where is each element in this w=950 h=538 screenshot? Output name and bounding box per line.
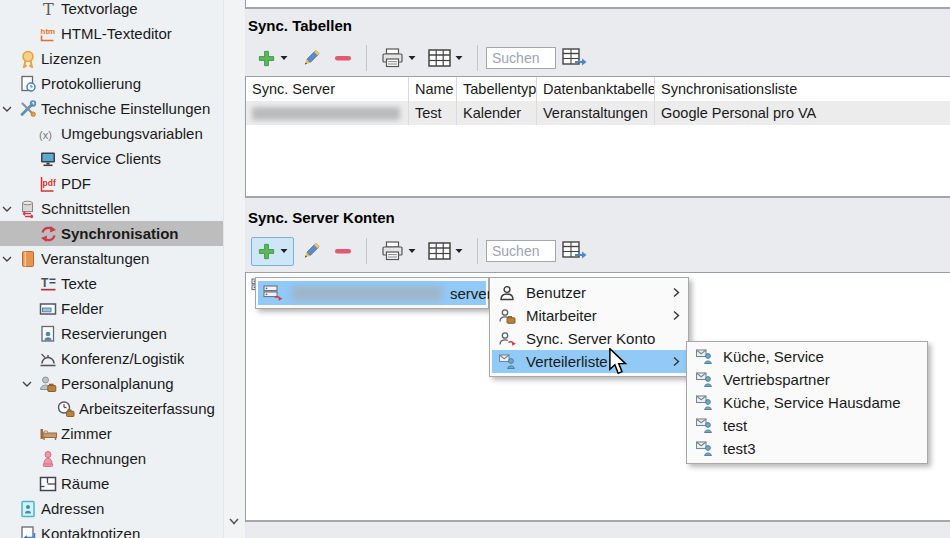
menu-item-label: Mitarbeiter (526, 307, 597, 324)
menu-item-mitarbeiter[interactable]: Mitarbeiter (492, 304, 686, 327)
menu-item-server[interactable]: server (258, 281, 486, 305)
svg-text:htm: htm (41, 27, 56, 36)
menu-item-label: Verteilerliste (526, 353, 608, 370)
menu-item-label: Vertriebspartner (723, 371, 830, 388)
sync-tabellen-toolbar (245, 42, 950, 74)
search-input[interactable] (486, 47, 556, 69)
sidebar-item-synchronisation[interactable]: Synchronisation (0, 221, 223, 246)
service-clients-icon (38, 150, 58, 168)
user-icon (496, 285, 518, 301)
menu-item-kueche-service-hausdame[interactable]: Küche, Service Hausdame (689, 391, 925, 414)
synchronisation-icon (38, 225, 58, 243)
menu-item-vertriebspartner[interactable]: Vertriebspartner (689, 368, 925, 391)
distribution-list-icon (693, 372, 715, 387)
fields-icon (38, 300, 58, 318)
table-view-button[interactable] (428, 49, 463, 67)
menu-item-verteilerliste[interactable]: Verteilerliste (492, 350, 686, 373)
chevron-down-icon[interactable] (2, 254, 18, 264)
menu-item-test3[interactable]: test3 (689, 437, 925, 460)
menu-item-benutzer[interactable]: Benutzer (492, 281, 686, 304)
submenu-arrow-icon (673, 356, 682, 367)
invoices-icon (38, 450, 58, 468)
sidebar-item-felder[interactable]: Felder (0, 296, 223, 321)
toolbar-separator (366, 238, 367, 264)
application-window: T Textvorlage htm HTML-Texteditor Lizenz… (0, 0, 950, 538)
column-header-synchronisationsliste[interactable]: Synchronisationsliste (655, 77, 950, 101)
column-header-name[interactable]: Name (409, 77, 457, 101)
delete-button[interactable] (334, 49, 352, 67)
menu-item-sync-server-konto[interactable]: Sync. Server Konto (492, 327, 686, 350)
distribution-list-icon (693, 395, 715, 410)
chevron-down-icon[interactable] (2, 104, 18, 114)
sidebar-item-textvorlage[interactable]: T Textvorlage (0, 0, 223, 21)
edit-button[interactable] (300, 240, 322, 262)
sidebar-item-veranstaltungen[interactable]: Veranstaltungen (0, 246, 223, 271)
svg-text:pdf: pdf (43, 178, 56, 188)
export-table-button[interactable] (562, 48, 587, 68)
sidebar-item-reservierungen[interactable]: Reservierungen (0, 321, 223, 346)
distribution-list-icon (496, 354, 518, 369)
export-table-button[interactable] (562, 241, 587, 261)
sidebar-item-zimmer[interactable]: Zimmer (0, 421, 223, 446)
sidebar-item-schnittstellen[interactable]: Schnittstellen (0, 196, 223, 221)
sidebar-item-kontaktnotizen[interactable]: Kontaktnotizen (0, 521, 223, 538)
sidebar-item-umgebungsvariablen[interactable]: (x) Umgebungsvariablen (0, 121, 223, 146)
sidebar-scrollbar[interactable] (223, 0, 244, 538)
table-row[interactable]: Test Kalender Veranstaltungen Google Per… (246, 101, 950, 125)
toolbar-separator (366, 45, 367, 71)
svg-text:T: T (41, 276, 49, 290)
sidebar-item-lizenzen[interactable]: Lizenzen (0, 46, 223, 71)
menu-item-label: test (723, 417, 747, 434)
column-header-tabellentyp[interactable]: Tabellentyp (457, 77, 537, 101)
redacted-server-name (292, 286, 442, 301)
add-account-menu: Benutzer Mitarbeiter Sync. Server Konto … (489, 277, 689, 377)
time-tracking-icon (56, 400, 76, 418)
bed-icon (38, 425, 58, 443)
menu-item-test[interactable]: test (689, 414, 925, 437)
conference-logistics-icon (38, 350, 58, 368)
table-view-button[interactable] (428, 242, 463, 260)
cell-tabellentyp: Kalender (457, 101, 537, 125)
menu-item-label: server (450, 285, 492, 302)
sidebar-item-html-texteditor[interactable]: htm HTML-Texteditor (0, 21, 223, 46)
chevron-down-icon[interactable] (22, 379, 38, 389)
sidebar-item-rechnungen[interactable]: Rechnungen (0, 446, 223, 471)
edit-button[interactable] (300, 47, 322, 69)
verteilerliste-submenu: Küche, Service Vertriebspartner Küche, S… (686, 341, 928, 464)
sidebar-item-arbeitszeiterfassung[interactable]: Arbeitszeiterfassung (0, 396, 223, 421)
sidebar-item-technische-einstellungen[interactable]: Technische Einstellungen (0, 96, 223, 121)
sidebar-item-konferenz-logistik[interactable]: Konferenz/Logistik (0, 346, 223, 371)
chevron-down-icon[interactable] (2, 204, 18, 214)
interfaces-icon (18, 200, 38, 218)
technical-settings-icon (18, 100, 38, 118)
sidebar-item-personalplanung[interactable]: Personalplanung (0, 371, 223, 396)
scroll-down-button[interactable] (227, 514, 241, 528)
sidebar-item-adressen[interactable]: Adressen (0, 496, 223, 521)
delete-button[interactable] (334, 242, 352, 260)
print-button[interactable] (381, 241, 416, 261)
submenu-arrow-icon (673, 287, 682, 298)
print-button[interactable] (381, 48, 416, 68)
column-header-sync-server[interactable]: Sync. Server (246, 77, 409, 101)
sync-server-icon (262, 284, 284, 302)
menu-item-kueche-service[interactable]: Küche, Service (689, 345, 925, 368)
add-button[interactable] (251, 44, 294, 73)
add-button-open[interactable] (251, 237, 294, 266)
sidebar-item-raeume[interactable]: Räume (0, 471, 223, 496)
toolbar-separator (477, 45, 478, 71)
sidebar-item-protokollierung[interactable]: Protokollierung (0, 71, 223, 96)
mouse-cursor (608, 348, 628, 376)
search-input[interactable] (486, 240, 556, 262)
plus-icon (257, 242, 276, 261)
distribution-list-icon (693, 349, 715, 364)
cell-name: Test (409, 101, 457, 125)
sidebar-item-service-clients[interactable]: Service Clients (0, 146, 223, 171)
events-icon (18, 250, 38, 268)
column-header-datenbanktabelle[interactable]: Datenbanktabelle (537, 77, 655, 101)
sidebar-item-texte[interactable]: T Texte (0, 271, 223, 296)
plus-icon (257, 49, 276, 68)
sync-tabellen-title: Sync. Tabellen (248, 17, 352, 34)
sidebar-item-pdf[interactable]: pdf PDF (0, 171, 223, 196)
staff-planning-icon (38, 375, 58, 393)
caret-down-icon (455, 55, 463, 61)
